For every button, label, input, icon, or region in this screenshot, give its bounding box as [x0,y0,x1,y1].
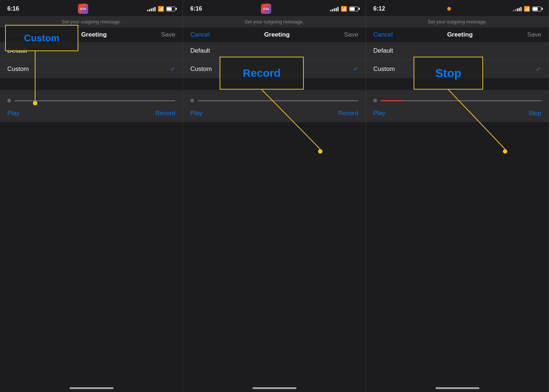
check-icon-2: ✓ [353,65,358,73]
option-custom-1[interactable]: Custom ✓ [0,60,183,78]
option-custom-3[interactable]: Custom ✓ [366,60,549,78]
play-button-1[interactable]: Play [7,110,19,117]
track-dot-3 [373,99,377,102]
signal-bars-3 [513,6,522,11]
audio-section-2: Play Record [183,90,366,122]
battery-3 [532,7,541,11]
phone-panel-2: 6:16 GTA 📶 Set your outgoing message. Ca… [183,0,366,392]
cancel-button-1[interactable]: Cancel [7,31,27,38]
play-button-2[interactable]: Play [190,110,202,117]
track-line-3 [381,100,541,101]
status-time-2: 6:16 [190,5,202,12]
audio-track-2 [190,95,358,106]
status-right-2: 📶 [330,6,358,12]
subtitle-1: Set your outgoing message. [0,16,183,27]
save-button-3[interactable]: Save [527,31,541,38]
app-icon-2: GTA [261,4,271,14]
track-line-1 [15,100,175,101]
nav-bar-1: Cancel Greeting Save [0,27,183,42]
annotation-dot-stop [503,149,507,154]
save-button-2[interactable]: Save [344,31,358,38]
option-default-label-3: Default [373,47,393,54]
status-bar-1: 6:16 GTA 📶 [0,0,183,16]
option-default-3[interactable]: Default [366,42,549,60]
stop-button-3[interactable]: Stop [529,110,541,117]
option-default-label-2: Default [190,47,210,54]
battery-1 [166,7,175,11]
home-indicator-1 [70,387,113,389]
options-list-2: Default Custom ✓ [183,42,366,78]
signal-bars-1 [147,6,156,11]
audio-section-3: Play Stop [366,90,549,122]
wifi-icon-1: 📶 [158,6,164,12]
section-divider-2 [183,78,366,90]
section-divider-1 [0,78,183,90]
signal-bars-2 [330,6,339,11]
status-center-2: GTA [261,4,271,14]
option-custom-label-3: Custom [373,65,395,73]
nav-bar-2: Cancel Greeting Save [183,27,366,42]
track-line-red-3 [381,100,403,101]
option-custom-label-1: Custom [7,65,29,73]
check-icon-3: ✓ [536,65,541,73]
nav-bar-3: Cancel Greeting Save [366,27,549,42]
check-icon-1: ✓ [170,65,175,73]
app-icon-1: GTA [78,4,88,14]
status-center-3 [447,7,451,11]
audio-section-1: Play Record [0,90,183,122]
option-default-2[interactable]: Default [183,42,366,60]
annotation-dot-record [318,149,322,154]
nav-title-2: Greeting [264,31,290,38]
battery-2 [349,7,358,11]
subtitle-2: Set your outgoing message. [183,16,366,27]
section-divider-3 [366,78,549,90]
subtitle-3: Set your outgoing message. [366,16,549,27]
cancel-button-2[interactable]: Cancel [190,31,210,38]
phone-panel-3: 6:12 📶 Set your outgoing message. Cancel… [366,0,549,392]
nav-title-3: Greeting [447,31,473,38]
wifi-icon-2: 📶 [341,6,347,12]
phone-panel-1: 6:16 GTA 📶 Set your outgoing message. Ca… [0,0,183,392]
cancel-button-3[interactable]: Cancel [373,31,393,38]
status-right-1: 📶 [147,6,175,12]
play-button-3[interactable]: Play [373,110,385,117]
audio-track-3 [373,95,541,106]
option-default-label-1: Default [7,47,27,54]
status-time-1: 6:16 [7,5,19,12]
option-custom-2[interactable]: Custom ✓ [183,60,366,78]
home-indicator-3 [436,387,479,389]
option-default-1[interactable]: Default [0,42,183,60]
audio-buttons-1: Play Record [7,106,175,122]
record-button-2[interactable]: Record [338,110,358,117]
wifi-icon-3: 📶 [524,6,530,12]
status-bar-2: 6:16 GTA 📶 [183,0,366,16]
track-line-2 [198,100,358,101]
audio-track-1 [7,95,175,106]
save-button-1[interactable]: Save [161,31,175,38]
options-list-1: Default Custom ✓ [0,42,183,78]
status-time-3: 6:12 [373,5,385,12]
options-list-3: Default Custom ✓ [366,42,549,78]
status-bar-3: 6:12 📶 [366,0,549,16]
home-indicator-2 [253,387,296,389]
annotation-dot-custom [33,101,37,105]
status-center-1: GTA [78,4,88,14]
nav-title-1: Greeting [81,31,107,38]
orange-dot-3 [447,7,451,11]
status-right-3: 📶 [513,6,541,12]
record-button-1[interactable]: Record [155,110,175,117]
track-dot-2 [190,99,194,102]
track-dot-1 [7,99,11,102]
audio-buttons-2: Play Record [190,106,358,122]
option-custom-label-2: Custom [190,65,212,73]
audio-buttons-3: Play Stop [373,106,541,122]
